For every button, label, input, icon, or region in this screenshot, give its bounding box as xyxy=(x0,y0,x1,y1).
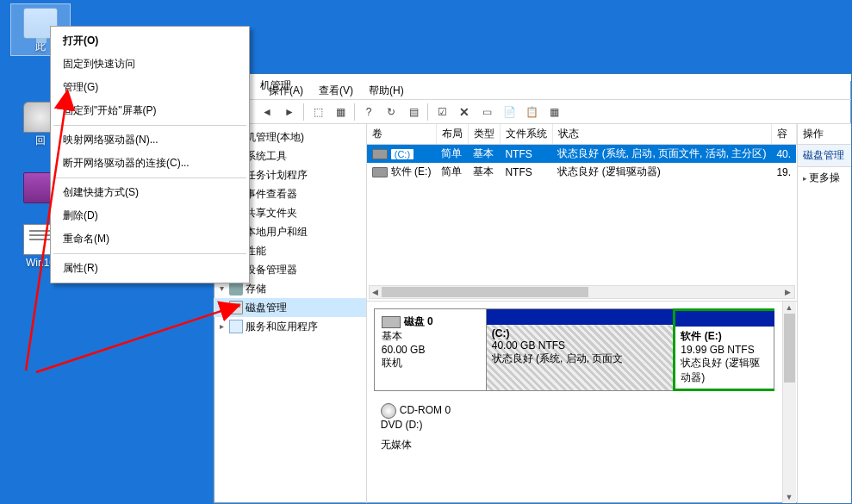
vertical-scrollbar[interactable]: ▲ ▼ xyxy=(782,302,796,503)
col-capacity[interactable]: 容 xyxy=(771,124,796,145)
disk-icon xyxy=(372,149,388,159)
toolbar-show-hide-button[interactable]: ▦ xyxy=(330,103,351,121)
main-pane: 卷 布局 类型 文件系统 状态 容 (C:) 简单 基本 NTFS 状 xyxy=(367,124,798,503)
menu-help[interactable]: 帮助(H) xyxy=(362,81,411,100)
window-title: 机管理 xyxy=(260,78,291,93)
col-layout[interactable]: 布局 xyxy=(436,124,468,145)
context-menu: 打开(O) 固定到快速访问 管理(G) 固定到"开始"屏幕(P) 映射网络驱动器… xyxy=(50,26,250,283)
cd-icon xyxy=(381,403,396,419)
disk-icon xyxy=(372,167,388,177)
scroll-thumb[interactable] xyxy=(784,314,795,383)
services-icon xyxy=(229,320,243,333)
scroll-right-arrow[interactable]: ▶ xyxy=(782,286,794,298)
scroll-up-arrow[interactable]: ▲ xyxy=(783,302,796,314)
col-status[interactable]: 状态 xyxy=(552,124,771,145)
menu-separator xyxy=(53,253,246,254)
computer-management-window: 机管理 操作(A) 查看(V) 帮助(H) ◄ ► ⬚ ▦ ? ↻ ▤ ☑ ✕ … xyxy=(213,73,852,504)
tree-services[interactable]: ▸服务和应用程序 xyxy=(214,317,366,336)
toolbar-delete-button[interactable]: ✕ xyxy=(454,103,475,121)
scroll-left-arrow[interactable]: ◀ xyxy=(370,286,382,298)
toolbar-settings-button[interactable]: ☑ xyxy=(432,103,452,121)
toolbar-back-button[interactable]: ◄ xyxy=(257,103,277,121)
actions-header: 操作 xyxy=(798,124,851,145)
scroll-thumb[interactable] xyxy=(382,287,588,297)
menu-separator xyxy=(53,125,246,126)
menu-delete[interactable]: 删除(D) xyxy=(53,204,247,227)
hdd-icon xyxy=(382,316,401,328)
horizontal-scrollbar[interactable]: ◀ ▶ xyxy=(369,285,795,299)
partition-e[interactable]: 软件 (E:) 19.99 GB NTFS 状态良好 (逻辑驱动器) xyxy=(673,308,774,391)
menu-pin-quick[interactable]: 固定到快速访问 xyxy=(53,53,247,76)
disk-0-label: 磁盘 0 基本 60.00 GB 联机 xyxy=(375,309,487,390)
storage-icon xyxy=(229,282,243,296)
col-volume[interactable]: 卷 xyxy=(367,124,437,145)
col-fs[interactable]: 文件系统 xyxy=(500,124,552,145)
cdrom-row[interactable]: CD-ROM 0 DVD (D:) 无媒体 xyxy=(374,398,774,457)
menu-map-drive[interactable]: 映射网络驱动器(N)... xyxy=(53,128,247,152)
menu-disconnect-drive[interactable]: 断开网络驱动器的连接(C)... xyxy=(53,152,247,175)
menu-pin-start[interactable]: 固定到"开始"屏幕(P) xyxy=(53,99,247,122)
volume-row-e[interactable]: 软件 (E:) 简单 基本 NTFS 状态良好 (逻辑驱动器) 19. xyxy=(367,163,796,181)
volume-row-c[interactable]: (C:) 简单 基本 NTFS 状态良好 (系统, 启动, 页面文件, 活动, … xyxy=(367,145,796,164)
menu-properties[interactable]: 属性(R) xyxy=(53,257,247,280)
toolbar-a-button[interactable]: 📄 xyxy=(499,103,519,121)
actions-section: 磁盘管理 xyxy=(798,145,851,167)
actions-pane: 操作 磁盘管理 更多操 xyxy=(798,124,851,503)
toolbar-forward-button[interactable]: ► xyxy=(279,103,300,121)
volume-list: 卷 布局 类型 文件系统 状态 容 (C:) 简单 基本 NTFS 状 xyxy=(367,124,797,302)
menu-view[interactable]: 查看(V) xyxy=(312,81,360,100)
actions-more[interactable]: 更多操 xyxy=(798,167,851,189)
partition-c[interactable]: (C:) 40.00 GB NTFS 状态良好 (系统, 启动, 页面文 xyxy=(487,309,675,390)
menu-rename[interactable]: 重命名(M) xyxy=(53,227,247,251)
scroll-down-arrow[interactable]: ▼ xyxy=(783,491,796,503)
toolbar-c-button[interactable]: ▦ xyxy=(544,103,564,121)
annotation-arrow-2 xyxy=(36,306,237,372)
toolbar-help-button[interactable]: ? xyxy=(358,103,379,121)
menu-manage[interactable]: 管理(G) xyxy=(53,76,247,99)
menu-separator xyxy=(53,177,246,178)
disk-graphic-pane: 磁盘 0 基本 60.00 GB 联机 (C:) 40.00 GB NTFS 状… xyxy=(367,302,797,503)
disk-0-row[interactable]: 磁盘 0 基本 60.00 GB 联机 (C:) 40.00 GB NTFS 状… xyxy=(374,308,774,391)
menu-bar: 操作(A) 查看(V) 帮助(H) xyxy=(214,81,851,100)
toolbar-b-button[interactable]: 📋 xyxy=(521,103,542,121)
menu-create-shortcut[interactable]: 创建快捷方式(S) xyxy=(53,181,247,204)
toolbar: ◄ ► ⬚ ▦ ? ↻ ▤ ☑ ✕ ▭ 📄 📋 ▦ xyxy=(214,100,851,124)
toolbar-prop-button[interactable]: ▭ xyxy=(476,103,497,121)
disk-mgmt-icon xyxy=(229,301,243,314)
toolbar-up-button[interactable]: ⬚ xyxy=(308,103,328,121)
tree-disk-management[interactable]: ▸磁盘管理 xyxy=(214,298,366,317)
col-type[interactable]: 类型 xyxy=(468,124,500,145)
menu-open[interactable]: 打开(O) xyxy=(53,29,247,53)
toolbar-refresh-button[interactable]: ↻ xyxy=(381,103,401,121)
toolbar-view-button[interactable]: ▤ xyxy=(403,103,424,121)
